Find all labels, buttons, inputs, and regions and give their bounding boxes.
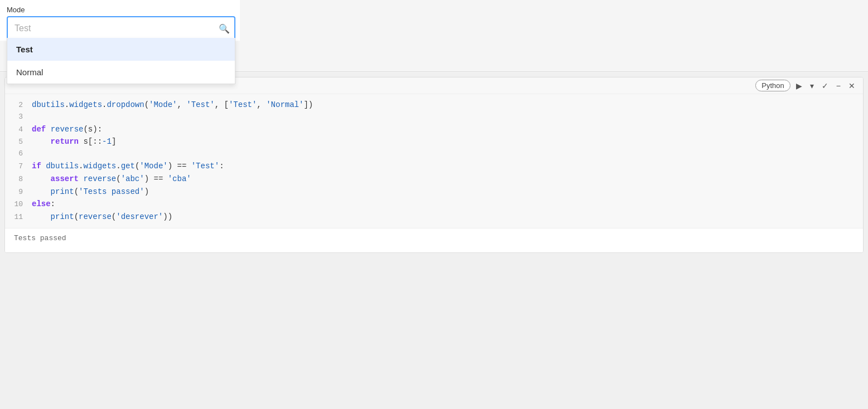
line-content: else: bbox=[32, 198, 863, 210]
code-line: 10else: bbox=[5, 198, 863, 211]
code-line: 4def reverse(s): bbox=[5, 123, 863, 136]
dropdown-item-normal[interactable]: Normal bbox=[7, 61, 235, 84]
line-content: print(reverse('desrever')) bbox=[32, 211, 863, 223]
code-line: 2dbutils.widgets.dropdown('Mode', 'Test'… bbox=[5, 99, 863, 111]
code-area: 2dbutils.widgets.dropdown('Mode', 'Test'… bbox=[5, 94, 863, 228]
line-content: def reverse(s): bbox=[32, 123, 863, 135]
language-badge: Python bbox=[755, 80, 790, 91]
widget-area: Mode 🔍 Test Normal bbox=[0, 0, 240, 41]
line-content: if dbutils.widgets.get('Mode') == 'Test'… bbox=[32, 160, 863, 172]
widget-input-wrapper: 🔍 bbox=[7, 16, 235, 41]
check-button[interactable]: ✓ bbox=[819, 80, 831, 91]
code-line: 8 assert reverse('abc') == 'cba' bbox=[5, 173, 863, 186]
line-number: 5 bbox=[5, 137, 32, 148]
line-number: 10 bbox=[5, 199, 32, 211]
line-number: 11 bbox=[5, 212, 32, 223]
line-content: dbutils.widgets.dropdown('Mode', 'Test',… bbox=[32, 99, 863, 111]
output-area: Tests passed bbox=[5, 228, 863, 252]
line-number: 8 bbox=[5, 174, 32, 186]
line-number: 4 bbox=[5, 124, 32, 136]
close-button[interactable]: ✕ bbox=[846, 80, 857, 91]
line-number: 7 bbox=[5, 161, 32, 173]
mode-dropdown-input[interactable] bbox=[7, 16, 235, 41]
code-line: 5 return s[::-1] bbox=[5, 135, 863, 148]
minus-button[interactable]: − bbox=[834, 80, 843, 91]
run-dropdown-button[interactable]: ▾ bbox=[808, 80, 816, 91]
search-icon: 🔍 bbox=[219, 23, 230, 34]
cell-wrapper: Python ▶ ▾ ✓ − ✕ 2dbutils.widgets.dropdo… bbox=[4, 77, 864, 253]
line-number: 3 bbox=[5, 111, 32, 123]
line-content: return s[::-1] bbox=[32, 135, 863, 148]
widget-label: Mode bbox=[7, 6, 233, 14]
line-number: 6 bbox=[5, 148, 32, 160]
dropdown-item-test[interactable]: Test bbox=[7, 38, 235, 61]
line-number: 2 bbox=[5, 100, 32, 111]
output-text: Tests passed bbox=[14, 234, 66, 242]
code-line: 3 bbox=[5, 111, 863, 123]
line-content: assert reverse('abc') == 'cba' bbox=[32, 173, 863, 185]
mode-dropdown-menu: Test Normal bbox=[7, 38, 235, 84]
code-line: 9 print('Tests passed') bbox=[5, 186, 863, 198]
notebook-container: Python ▶ ▾ ✓ − ✕ 2dbutils.widgets.dropdo… bbox=[0, 72, 868, 409]
code-line: 11 print(reverse('desrever')) bbox=[5, 211, 863, 223]
run-button[interactable]: ▶ bbox=[794, 80, 804, 91]
code-line: 7if dbutils.widgets.get('Mode') == 'Test… bbox=[5, 160, 863, 173]
line-content: print('Tests passed') bbox=[32, 186, 863, 198]
line-number: 9 bbox=[5, 187, 32, 198]
code-line: 6 bbox=[5, 148, 863, 160]
